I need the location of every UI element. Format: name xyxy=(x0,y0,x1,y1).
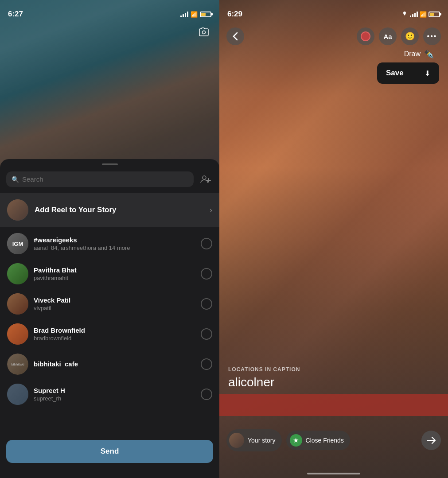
reel-thumbnail xyxy=(7,199,28,221)
red-bar xyxy=(219,394,448,416)
contact-item[interactable]: IGM #weareigeeks aanal_84, arshmeethora … xyxy=(0,229,219,259)
battery-icon-left xyxy=(200,12,211,17)
dropdown-draw-row: Draw ✒️ xyxy=(377,47,439,62)
emoji-icon: 🙂 xyxy=(405,31,415,41)
contact-list: IGM #weareigeeks aanal_84, arshmeethora … xyxy=(0,229,219,435)
close-friends-label: Close Friends xyxy=(306,437,344,444)
contact-item[interactable]: bibhitaki bibhitaki_cafe xyxy=(0,349,219,379)
wifi-icon-right: 📶 xyxy=(420,11,427,18)
battery-icon-right xyxy=(429,12,440,17)
svg-point-0 xyxy=(203,31,206,34)
contact-avatar-bibhitaki: bibhitaki xyxy=(7,354,28,375)
story-label: Your story xyxy=(248,437,276,444)
text-label: Aa xyxy=(383,33,392,40)
contact-item[interactable]: Pavithra Bhat pavithramahit xyxy=(0,259,219,289)
contact-checkbox[interactable] xyxy=(201,328,212,340)
signal-bars-left xyxy=(180,11,188,17)
text-button[interactable]: Aa xyxy=(379,27,397,45)
save-button[interactable]: Save ⬇ xyxy=(377,62,439,84)
contact-avatar-viveck xyxy=(7,293,28,315)
save-label: Save xyxy=(386,69,419,78)
status-bar-left: 6:27 📶 xyxy=(0,0,219,22)
contact-name: bibhitaki_cafe xyxy=(34,360,195,368)
search-icon: 🔍 xyxy=(12,176,19,183)
contact-item[interactable]: Supreet H supreet_rh xyxy=(0,379,219,409)
add-reel-row[interactable]: Add Reel to Your Story › xyxy=(0,193,219,227)
sheet-handle xyxy=(102,163,118,165)
left-panel: 6:27 📶 🔍 xyxy=(0,0,219,478)
contact-checkbox[interactable] xyxy=(201,238,212,249)
contact-sub: pavithramahit xyxy=(34,275,195,281)
contact-name: Brad Brownfield xyxy=(34,326,195,334)
right-panel: 6:29 📶 Aa xyxy=(219,0,448,478)
contact-avatar-igeeks: IGM xyxy=(7,233,28,254)
status-bar-right: 6:29 📶 xyxy=(219,0,448,22)
back-button[interactable] xyxy=(226,27,244,45)
signal-bars-right xyxy=(410,11,418,17)
your-story-button[interactable]: Your story xyxy=(226,429,282,451)
location-icon xyxy=(401,12,408,17)
contact-avatar-pavithra xyxy=(7,263,28,284)
status-time-right: 6:29 xyxy=(227,10,242,19)
save-icon: ⬇ xyxy=(425,69,430,78)
locations-label: LOCATIONS IN CAPTION xyxy=(228,366,439,373)
status-time-left: 6:27 xyxy=(8,10,23,19)
next-button[interactable] xyxy=(421,431,441,450)
contact-checkbox[interactable] xyxy=(201,389,212,400)
contact-checkbox[interactable] xyxy=(201,358,212,370)
contact-info: Pavithra Bhat pavithramahit xyxy=(34,266,195,281)
contact-name: #weareigeeks xyxy=(34,236,195,244)
status-icons-right: 📶 xyxy=(401,11,440,18)
bottom-sheet: 🔍 Add Reel to Your Story › xyxy=(0,159,219,478)
wifi-icon-left: 📶 xyxy=(191,11,198,18)
contact-sub: supreet_rh xyxy=(34,395,195,402)
contact-name: Pavithra Bhat xyxy=(34,266,195,274)
contact-item[interactable]: Viveck Patil vivpatil xyxy=(0,289,219,319)
add-person-button[interactable] xyxy=(198,172,213,187)
camera-button[interactable] xyxy=(196,24,211,39)
svg-point-1 xyxy=(203,176,206,179)
caption-area: LOCATIONS IN CAPTION alicolner xyxy=(228,366,439,389)
contact-info: Supreet H supreet_rh xyxy=(34,387,195,402)
contact-info: #weareigeeks aanal_84, arshmeethora and … xyxy=(34,236,195,251)
draw-label: Draw xyxy=(404,50,421,58)
add-reel-label: Add Reel to Your Story xyxy=(35,206,203,214)
send-button[interactable]: Send xyxy=(6,440,213,463)
close-friends-star-icon: ★ xyxy=(290,434,302,447)
contact-info: Viveck Patil vivpatil xyxy=(34,296,195,311)
contact-info: Brad Brownfield bradbrownfield xyxy=(34,326,195,342)
bottom-bar: Your story ★ Close Friends xyxy=(219,425,448,456)
contact-name: Supreet H xyxy=(34,387,195,394)
search-bar: 🔍 xyxy=(6,171,213,187)
contact-info: bibhitaki_cafe xyxy=(34,360,195,369)
contact-sub: vivpatil xyxy=(34,305,195,311)
chevron-right-icon: › xyxy=(210,206,212,215)
status-icons-left: 📶 xyxy=(180,11,211,18)
star-icon: ★ xyxy=(293,436,299,444)
left-bg-overlay xyxy=(0,0,219,168)
contact-checkbox[interactable] xyxy=(201,268,212,280)
search-input[interactable] xyxy=(22,175,188,183)
story-thumbnail xyxy=(229,433,244,448)
contact-checkbox[interactable] xyxy=(201,298,212,310)
contact-item[interactable]: Brad Brownfield bradbrownfield xyxy=(0,319,219,349)
home-indicator-right xyxy=(307,473,360,474)
more-button[interactable]: ••• xyxy=(423,27,441,45)
search-input-wrap[interactable]: 🔍 xyxy=(6,171,194,187)
caption-text: alicolner xyxy=(228,375,439,389)
contact-sub: bradbrownfield xyxy=(34,335,195,342)
draw-icon: ✒️ xyxy=(424,49,434,59)
more-label: ••• xyxy=(427,32,437,40)
contact-name: Viveck Patil xyxy=(34,296,195,304)
contact-avatar-brad xyxy=(7,323,28,345)
dropdown-menu: Draw ✒️ Save ⬇ xyxy=(377,47,439,84)
record-button[interactable] xyxy=(357,27,374,45)
emoji-button[interactable]: 🙂 xyxy=(401,27,419,45)
contact-sub: aanal_84, arshmeethora and 14 more xyxy=(34,245,195,251)
contact-avatar-supreet xyxy=(7,384,28,405)
close-friends-button[interactable]: ★ Close Friends xyxy=(286,431,350,450)
